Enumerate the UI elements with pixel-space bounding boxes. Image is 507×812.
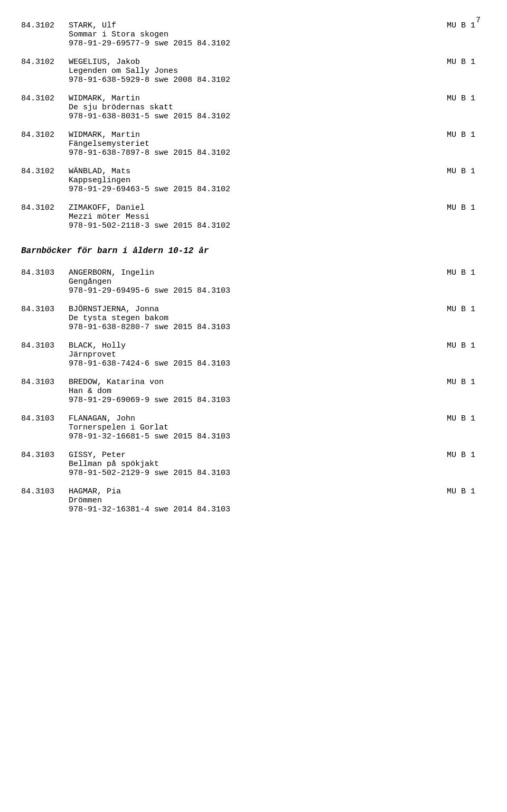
entry-author: BJÖRNSTJERNA, Jonna <box>69 305 433 314</box>
entry-isbn: 978-91-29-69495-6 swe 2015 84.3103 <box>69 286 475 295</box>
entry-content: BJÖRNSTJERNA, Jonna MU B 1 De tysta steg… <box>69 305 475 332</box>
entry-content: FLANAGAN, John MU B 1 Tornerspelen i Gor… <box>69 414 475 441</box>
entry-author: WÄNBLAD, Mats <box>69 167 433 176</box>
entry-flags: MU B 1 <box>433 414 475 423</box>
entry-isbn: 978-91-502-2118-3 swe 2015 84.3102 <box>69 221 475 230</box>
entry-author: HAGMAR, Pia <box>69 487 433 496</box>
entry-isbn: 978-91-638-8031-5 swe 2015 84.3102 <box>69 112 475 121</box>
list-item: 84.3103 FLANAGAN, John MU B 1 Tornerspel… <box>21 414 475 441</box>
entry-flags: MU B 1 <box>433 58 475 67</box>
entry-flags: MU B 1 <box>433 378 475 387</box>
entry-flags: MU B 1 <box>433 451 475 460</box>
entry-content: HAGMAR, Pia MU B 1 Drömmen 978-91-32-163… <box>69 487 475 514</box>
entry-author: GISSY, Peter <box>69 451 433 460</box>
entry-code: 84.3103 <box>21 305 69 332</box>
entry-title: Fängelsemysteriet <box>69 139 475 148</box>
entry-author: WIDMARK, Martin <box>69 130 433 139</box>
entry-code: 84.3102 <box>21 203 69 230</box>
entry-title: Gengången <box>69 277 475 286</box>
entry-content: BLACK, Holly MU B 1 Järnprovet 978-91-63… <box>69 341 475 368</box>
entry-isbn: 978-91-502-2129-9 swe 2015 84.3103 <box>69 469 475 478</box>
entry-author: ZIMAKOFF, Daniel <box>69 203 433 212</box>
entry-code: 84.3102 <box>21 21 69 48</box>
entry-author: ANGERBORN, Ingelin <box>69 268 433 277</box>
entry-isbn: 978-91-32-16681-5 swe 2015 84.3103 <box>69 432 475 441</box>
entry-title: Drömmen <box>69 496 475 505</box>
entry-isbn: 978-91-29-69069-9 swe 2015 84.3103 <box>69 396 475 405</box>
entry-title: Sommar i Stora skogen <box>69 30 475 39</box>
entry-content: WÄNBLAD, Mats MU B 1 Kappseglingen 978-9… <box>69 167 475 194</box>
entry-author: STARK, Ulf <box>69 21 433 30</box>
list-item: 84.3102 ZIMAKOFF, Daniel MU B 1 Mezzi mö… <box>21 203 475 230</box>
entry-title: Bellman på spökjakt <box>69 460 475 469</box>
entry-flags: MU B 1 <box>433 94 475 103</box>
entry-title: De tysta stegen bakom <box>69 314 475 323</box>
section-heading: Barnböcker för barn i åldern 10-12 år <box>21 246 475 256</box>
entry-code: 84.3102 <box>21 58 69 85</box>
entries-top-section: 84.3102 STARK, Ulf MU B 1 Sommar i Stora… <box>21 21 475 230</box>
list-item: 84.3103 BREDOW, Katarina von MU B 1 Han … <box>21 378 475 405</box>
list-item: 84.3103 HAGMAR, Pia MU B 1 Drömmen 978-9… <box>21 487 475 514</box>
entry-isbn: 978-91-29-69577-9 swe 2015 84.3102 <box>69 39 475 48</box>
entry-title: Legenden om Sally Jones <box>69 67 475 76</box>
entry-content: WIDMARK, Martin MU B 1 De sju brödernas … <box>69 94 475 121</box>
entry-content: STARK, Ulf MU B 1 Sommar i Stora skogen … <box>69 21 475 48</box>
entry-flags: MU B 1 <box>433 130 475 139</box>
entry-content: BREDOW, Katarina von MU B 1 Han & dom 97… <box>69 378 475 405</box>
entry-code: 84.3103 <box>21 487 69 514</box>
entry-code: 84.3103 <box>21 378 69 405</box>
list-item: 84.3102 STARK, Ulf MU B 1 Sommar i Stora… <box>21 21 475 48</box>
list-item: 84.3102 WÄNBLAD, Mats MU B 1 Kappsegling… <box>21 167 475 194</box>
entries-bottom-section: 84.3103 ANGERBORN, Ingelin MU B 1 Gengån… <box>21 268 475 514</box>
entry-isbn: 978-91-638-5929-8 swe 2008 84.3102 <box>69 76 475 85</box>
entry-title: Tornerspelen i Gorlat <box>69 423 475 432</box>
list-item: 84.3103 GISSY, Peter MU B 1 Bellman på s… <box>21 451 475 478</box>
entry-flags: MU B 1 <box>433 203 475 212</box>
entry-flags: MU B 1 <box>433 268 475 277</box>
entry-code: 84.3103 <box>21 341 69 368</box>
entry-content: ANGERBORN, Ingelin MU B 1 Gengången 978-… <box>69 268 475 295</box>
entry-content: GISSY, Peter MU B 1 Bellman på spökjakt … <box>69 451 475 478</box>
entry-author: BLACK, Holly <box>69 341 433 350</box>
entry-title: Han & dom <box>69 387 475 396</box>
entry-flags: MU B 1 <box>433 167 475 176</box>
entry-title: Järnprovet <box>69 350 475 359</box>
entry-code: 84.3103 <box>21 268 69 295</box>
entry-content: WIDMARK, Martin MU B 1 Fängelsemysteriet… <box>69 130 475 157</box>
entry-title: De sju brödernas skatt <box>69 103 475 112</box>
list-item: 84.3103 BJÖRNSTJERNA, Jonna MU B 1 De ty… <box>21 305 475 332</box>
list-item: 84.3102 WIDMARK, Martin MU B 1 Fängelsem… <box>21 130 475 157</box>
entry-title: Mezzi möter Messi <box>69 212 475 221</box>
entry-content: WEGELIUS, Jakob MU B 1 Legenden om Sally… <box>69 58 475 85</box>
entry-author: BREDOW, Katarina von <box>69 378 433 387</box>
entry-author: FLANAGAN, John <box>69 414 433 423</box>
list-item: 84.3102 WEGELIUS, Jakob MU B 1 Legenden … <box>21 58 475 85</box>
entry-author: WEGELIUS, Jakob <box>69 58 433 67</box>
entry-content: ZIMAKOFF, Daniel MU B 1 Mezzi möter Mess… <box>69 203 475 230</box>
entry-isbn: 978-91-638-7897-8 swe 2015 84.3102 <box>69 148 475 157</box>
entry-code: 84.3103 <box>21 451 69 478</box>
list-item: 84.3102 WIDMARK, Martin MU B 1 De sju br… <box>21 94 475 121</box>
entry-flags: MU B 1 <box>433 341 475 350</box>
entry-flags: MU B 1 <box>433 21 475 30</box>
entry-isbn: 978-91-638-8280-7 swe 2015 84.3103 <box>69 323 475 332</box>
entry-code: 84.3102 <box>21 94 69 121</box>
entry-flags: MU B 1 <box>433 305 475 314</box>
entry-isbn: 978-91-29-69463-5 swe 2015 84.3102 <box>69 185 475 194</box>
entry-title: Kappseglingen <box>69 176 475 185</box>
entry-isbn: 978-91-638-7424-6 swe 2015 84.3103 <box>69 359 475 368</box>
list-item: 84.3103 ANGERBORN, Ingelin MU B 1 Gengån… <box>21 268 475 295</box>
list-item: 84.3103 BLACK, Holly MU B 1 Järnprovet 9… <box>21 341 475 368</box>
entry-code: 84.3103 <box>21 414 69 441</box>
entry-isbn: 978-91-32-16381-4 swe 2014 84.3103 <box>69 505 475 514</box>
page-number: 7 <box>476 16 481 25</box>
entry-code: 84.3102 <box>21 130 69 157</box>
entry-author: WIDMARK, Martin <box>69 94 433 103</box>
entry-flags: MU B 1 <box>433 487 475 496</box>
entry-code: 84.3102 <box>21 167 69 194</box>
